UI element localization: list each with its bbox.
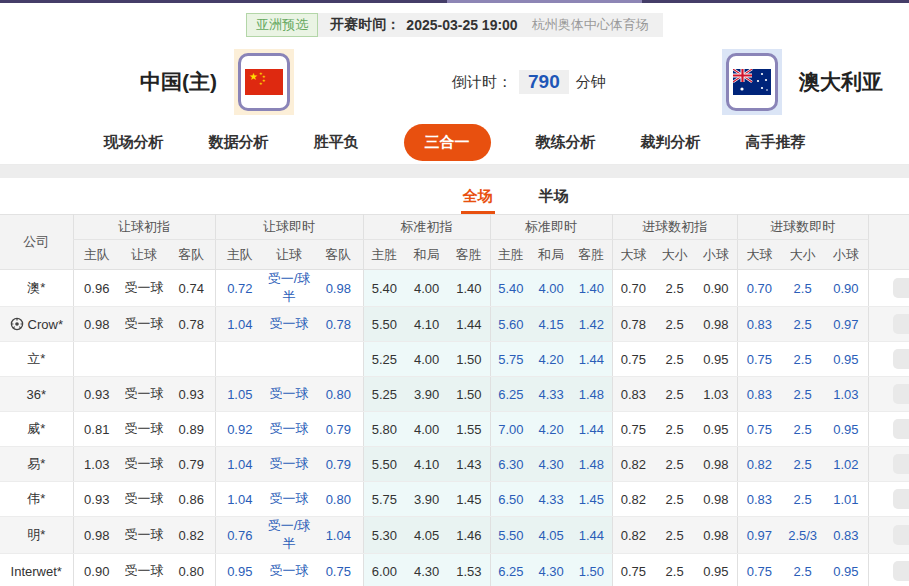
company-name: 立* — [27, 350, 45, 368]
company-cell[interactable]: 澳* — [0, 270, 73, 307]
away-team-name: 澳大利亚 — [799, 68, 883, 96]
countdown-label: 倒计时： — [452, 73, 512, 92]
row-action-button[interactable] — [893, 525, 909, 545]
odds-cell-goals_live-1: 0.70 — [737, 270, 781, 307]
odds-cell-goals_live-3: 1.01 — [824, 482, 868, 517]
cutoff-cell — [868, 270, 909, 307]
odds-cell-handicap_live-3: 0.80 — [314, 377, 363, 412]
odds-cell-goals_initial-3: 0.95 — [695, 412, 737, 447]
odds-cell-goals_initial-2: 2.5 — [654, 517, 695, 554]
odds-cell-goals_live-1: 0.97 — [737, 517, 781, 554]
company-cell[interactable]: 立* — [0, 342, 73, 377]
odds-cell-goals_initial-3: 0.95 — [695, 342, 737, 377]
odds-cell-handicap_live-2 — [264, 342, 314, 377]
nav-tab-5[interactable]: 教练分析 — [536, 133, 596, 152]
australia-flag-icon — [726, 53, 778, 111]
odds-cell-goals_initial-2: 2.5 — [654, 412, 695, 447]
nav-tab-1[interactable]: 现场分析 — [104, 133, 164, 152]
odds-cell-euro_initial-2: 3.90 — [405, 377, 448, 412]
table-row: 36*0.93受一球0.931.05受一球0.805.253.901.506.2… — [0, 377, 909, 412]
odds-cell-goals_live-3: 0.97 — [824, 307, 868, 342]
odds-cell-handicap_initial-3: 0.93 — [168, 377, 215, 412]
table-row: 明*0.98受一球0.820.76受一/球半1.045.304.051.465.… — [0, 517, 909, 554]
odds-cell-handicap_initial-2: 受一球 — [120, 377, 168, 412]
odds-cell-handicap_initial-3: 0.78 — [168, 307, 215, 342]
row-action-button[interactable] — [893, 314, 909, 334]
row-action-button[interactable] — [893, 454, 909, 474]
league-badge: 亚洲预选 — [246, 13, 318, 37]
row-action-button[interactable] — [893, 489, 909, 509]
sub-header-euro_initial-3: 客胜 — [448, 240, 490, 270]
match-header: 中国(主) ★ ★ ★ ★ ★ 倒计时： 790 分钟 — [0, 43, 909, 121]
odds-cell-euro_initial-3: 1.40 — [448, 270, 490, 307]
table-row: 威*0.81受一球0.890.92受一球0.795.804.001.557.00… — [0, 412, 909, 447]
row-action-button[interactable] — [893, 278, 909, 298]
company-cell[interactable]: 伟* — [0, 482, 73, 517]
odds-cell-euro_live-3: 1.44 — [571, 517, 612, 554]
sub-header-euro_live-1: 主胜 — [490, 240, 531, 270]
odds-cell-handicap_initial-1: 0.90 — [73, 554, 120, 586]
odds-cell-goals_live-3: 0.83 — [824, 517, 868, 554]
odds-cell-goals_initial-1: 0.82 — [612, 447, 654, 482]
odds-cell-euro_live-2: 4.00 — [531, 270, 571, 307]
nav-tab-6[interactable]: 裁判分析 — [641, 133, 701, 152]
group-header-handicap_live: 让球即时 — [215, 215, 363, 240]
subtab-2[interactable]: 半场 — [539, 178, 569, 214]
cutoff-cell — [868, 377, 909, 412]
sub-header-goals_initial-3: 小球 — [695, 240, 737, 270]
nav-tab-7[interactable]: 高手推荐 — [746, 133, 806, 152]
row-action-button[interactable] — [893, 419, 909, 439]
company-cell[interactable]: 36* — [0, 377, 73, 412]
odds-cell-handicap_initial-1: 0.81 — [73, 412, 120, 447]
odds-cell-goals_initial-3: 0.90 — [695, 270, 737, 307]
odds-cell-goals_live-2: 2.5 — [781, 270, 824, 307]
odds-cell-euro_initial-1: 5.50 — [363, 307, 405, 342]
company-cell[interactable]: Interwet* — [0, 554, 73, 586]
odds-cell-euro_live-2: 4.33 — [531, 482, 571, 517]
company-cell[interactable]: 易* — [0, 447, 73, 482]
odds-cell-handicap_live-1: 1.05 — [215, 377, 264, 412]
away-team: 澳大利亚 — [722, 49, 883, 115]
odds-cell-handicap_live-2: 受一球 — [264, 447, 314, 482]
nav-tab-3[interactable]: 胜平负 — [314, 133, 359, 152]
svg-text:★: ★ — [259, 81, 263, 86]
company-name: Interwet* — [11, 564, 62, 579]
odds-cell-euro_live-2: 4.30 — [531, 447, 571, 482]
odds-cell-handicap_live-1: 0.92 — [215, 412, 264, 447]
subtab-1[interactable]: 全场 — [463, 178, 493, 214]
odds-cell-euro_live-2: 4.30 — [531, 554, 571, 586]
odds-cell-euro_live-2: 4.15 — [531, 307, 571, 342]
company-cell[interactable]: 威* — [0, 412, 73, 447]
company-name: 明* — [27, 526, 45, 544]
odds-cell-handicap_live-3: 0.75 — [314, 554, 363, 586]
nav-tab-2[interactable]: 数据分析 — [209, 133, 269, 152]
odds-cell-goals_initial-1: 0.82 — [612, 482, 654, 517]
company-name: 36* — [26, 387, 46, 402]
odds-cell-goals_initial-3: 0.95 — [695, 554, 737, 586]
group-header-handicap_initial: 让球初指 — [73, 215, 215, 240]
odds-cell-euro_initial-2: 4.10 — [405, 447, 448, 482]
company-cell[interactable]: 明* — [0, 517, 73, 554]
odds-cell-handicap_live-1: 1.04 — [215, 307, 264, 342]
countdown-value: 790 — [519, 70, 569, 94]
odds-cell-goals_initial-3: 0.98 — [695, 482, 737, 517]
odds-cell-euro_live-3: 1.44 — [571, 342, 612, 377]
odds-cell-goals_initial-3: 0.98 — [695, 517, 737, 554]
odds-cell-euro_live-3: 1.48 — [571, 447, 612, 482]
odds-cell-euro_live-3: 1.48 — [571, 377, 612, 412]
row-action-button[interactable] — [893, 561, 909, 581]
odds-cell-euro_initial-1: 5.75 — [363, 482, 405, 517]
odds-cell-goals_initial-2: 2.5 — [654, 554, 695, 586]
odds-cell-handicap_live-2: 受一/球半 — [264, 270, 314, 307]
odds-cell-handicap_initial-2: 受一球 — [120, 307, 168, 342]
odds-cell-euro_live-1: 5.75 — [490, 342, 531, 377]
period-subtabs: 全场半场 — [463, 178, 569, 214]
odds-cell-handicap_live-2: 受一球 — [264, 377, 314, 412]
odds-cell-handicap_initial-3: 0.89 — [168, 412, 215, 447]
nav-tab-4[interactable]: 三合一 — [404, 124, 491, 161]
company-cell[interactable]: Crow* — [0, 307, 73, 342]
cutoff-column-header — [868, 215, 909, 270]
row-action-button[interactable] — [893, 349, 909, 369]
sub-header-goals_live-1: 大球 — [737, 240, 781, 270]
row-action-button[interactable] — [893, 384, 909, 404]
